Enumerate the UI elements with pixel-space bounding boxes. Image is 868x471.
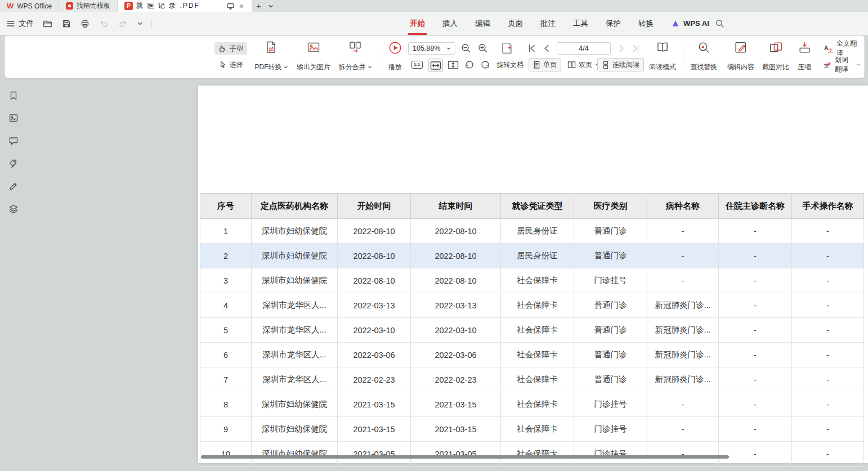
- divider: [378, 44, 378, 70]
- find-replace-button[interactable]: A 查找替换: [685, 41, 722, 72]
- table-cell: 新冠肺炎门诊...: [647, 318, 719, 343]
- rotate-right-button[interactable]: [479, 59, 491, 71]
- sidebar-tags-button[interactable]: [7, 158, 20, 170]
- next-page-button[interactable]: [615, 43, 627, 54]
- page-number-input[interactable]: 4/4: [557, 42, 611, 55]
- table-cell: -: [647, 417, 719, 442]
- close-tab-icon[interactable]: ×: [238, 2, 245, 11]
- menu-search-button[interactable]: [715, 12, 724, 35]
- full-translate-button[interactable]: A文 全文翻译: [819, 42, 864, 55]
- tab-docer[interactable]: 找稻壳模板: [59, 0, 118, 12]
- wps-ai-button[interactable]: WPS AI: [671, 12, 709, 35]
- bookmark-icon: [8, 91, 19, 101]
- zoom-in-button[interactable]: [477, 42, 489, 55]
- table-cell: 深圳市妇幼保健院: [252, 268, 338, 293]
- menu-tab-tools[interactable]: 工具: [573, 12, 588, 35]
- pen-icon: [8, 181, 19, 191]
- read-mode-button[interactable]: 阅读模式: [645, 41, 681, 72]
- compress-button[interactable]: 压缩: [793, 41, 816, 72]
- menu-tab-page[interactable]: 页面: [508, 12, 523, 35]
- table-cell: -: [792, 417, 864, 442]
- hand-icon: [218, 44, 227, 53]
- split-merge-button[interactable]: 拆分合并: [335, 41, 375, 72]
- save-icon[interactable]: [61, 18, 72, 29]
- table-cell: -: [719, 244, 792, 268]
- play-icon: [388, 41, 402, 55]
- rotate-left-button[interactable]: [463, 59, 476, 71]
- svg-text:A: A: [701, 44, 705, 50]
- table-cell: 社会保障卡: [501, 442, 574, 466]
- edit-content-button[interactable]: 编辑内容: [723, 41, 758, 72]
- one-to-one-icon: 1:1: [411, 61, 423, 69]
- sidebar-thumbnails-button[interactable]: [7, 112, 20, 124]
- table-cell: -: [792, 268, 864, 293]
- menu-tab-edit[interactable]: 编辑: [475, 12, 490, 35]
- table-row: 9深圳市妇幼保健院2021-03-152021-03-15社会保障卡门诊挂号--…: [200, 417, 864, 442]
- undo-icon[interactable]: [98, 18, 110, 29]
- file-menu-button[interactable]: 文件: [7, 12, 34, 35]
- rotate-document-button[interactable]: 旋转文档: [493, 59, 527, 71]
- table-cell: 7: [200, 367, 252, 392]
- menu-tab-comment[interactable]: 批注: [540, 12, 556, 35]
- table-cell: 9: [200, 417, 252, 442]
- first-page-button[interactable]: [526, 43, 538, 54]
- sidebar-comments-button[interactable]: [7, 135, 20, 147]
- horizontal-scrollbar-thumb[interactable]: [201, 455, 729, 459]
- table-cell: 2022-08-10: [338, 268, 411, 293]
- document-area: 序号定点医药机构名称开始时间结束时间就诊凭证类型医疗类别病种名称住院主诊断名称手…: [0, 80, 868, 471]
- menu-tab-insert[interactable]: 插入: [442, 12, 458, 35]
- continuous-read-label: 连续阅读: [612, 60, 639, 70]
- table-cell: 普通门诊: [574, 367, 647, 392]
- print-icon[interactable]: [79, 18, 91, 29]
- zoom-out-button[interactable]: [460, 42, 472, 55]
- word-translate-button[interactable]: 文 划词翻译: [819, 59, 864, 71]
- single-page-button[interactable]: 单页: [529, 58, 561, 71]
- read-mode-label: 阅读模式: [649, 62, 676, 72]
- table-cell: 2021-03-15: [411, 392, 501, 417]
- last-page-button[interactable]: [630, 43, 641, 54]
- fit-width-button[interactable]: [428, 59, 443, 72]
- actual-size-button[interactable]: 1:1: [410, 59, 424, 71]
- tab-document[interactable]: P 就 医 记 录 .PDF ×: [118, 0, 252, 12]
- table-cell: 10: [200, 442, 252, 466]
- table-cell: 2: [200, 244, 252, 268]
- sidebar-layers-button[interactable]: [7, 203, 20, 215]
- menu-tab-home[interactable]: 开始: [410, 12, 425, 35]
- fit-page-button[interactable]: [446, 59, 460, 71]
- tab-label: WPS Office: [17, 2, 52, 10]
- sidebar-bookmarks-button[interactable]: [7, 89, 20, 102]
- pdf-convert-button[interactable]: PDF转换: [252, 41, 291, 72]
- cursor-icon: [218, 60, 227, 69]
- select-tool-button[interactable]: 选择: [214, 59, 247, 71]
- table-cell: 2022-02-23: [411, 367, 501, 392]
- table-cell: -: [719, 293, 792, 318]
- menu-tab-convert[interactable]: 转换: [638, 12, 654, 35]
- table-cell: 2022-08-10: [338, 244, 411, 268]
- tab-wps-office[interactable]: W WPS Office: [0, 0, 59, 12]
- table-cell: 2021-03-15: [338, 392, 411, 417]
- redo-icon[interactable]: [117, 18, 129, 29]
- previous-page-button[interactable]: [542, 43, 553, 54]
- open-file-icon[interactable]: [42, 18, 53, 29]
- table-cell: -: [719, 442, 792, 466]
- hand-tool-button[interactable]: 手型: [214, 42, 247, 55]
- table-cell: -: [792, 244, 864, 268]
- screenshot-compare-button[interactable]: 截图对比: [758, 41, 793, 72]
- fit-window-button[interactable]: [499, 41, 514, 56]
- tab-list-chevron-icon[interactable]: [266, 0, 276, 12]
- menu-tabs: 开始 插入 编辑 页面 批注 工具 保护 转换: [410, 12, 654, 35]
- table-header-cell: 结束时间: [411, 193, 501, 219]
- continuous-read-button[interactable]: 连续阅读: [597, 58, 644, 71]
- chevron-down-icon: [857, 63, 860, 67]
- table-cell: 普通门诊: [574, 219, 647, 244]
- menu-tab-protect[interactable]: 保护: [606, 12, 621, 35]
- sidebar-annotate-button[interactable]: [7, 180, 20, 192]
- quick-toolbar-chevron-icon[interactable]: [136, 20, 144, 27]
- export-image-button[interactable]: 输出为图片: [292, 41, 335, 72]
- table-cell: 深圳市妇幼保健院: [252, 244, 338, 268]
- table-header-cell: 开始时间: [338, 193, 411, 219]
- new-tab-button[interactable]: +: [252, 0, 266, 12]
- play-button[interactable]: 播放: [380, 41, 410, 72]
- screenshot-compare-icon: [769, 41, 783, 55]
- zoom-combobox[interactable]: 105.88%: [408, 42, 455, 55]
